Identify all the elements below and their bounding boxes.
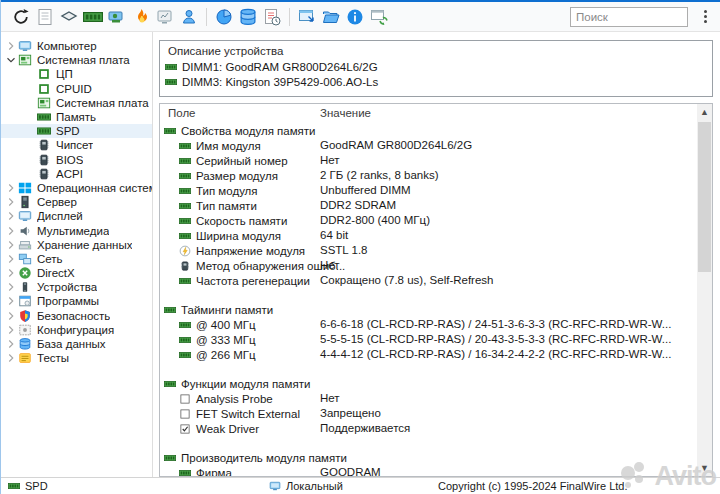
chevron-right-icon[interactable]	[4, 252, 18, 266]
user-button[interactable]	[177, 4, 201, 30]
detail-section-row[interactable]: Тайминги памяти	[160, 302, 697, 317]
scrollbar-thumb[interactable]	[698, 122, 711, 272]
window-body: КомпьютерСистемная платаЦПCPUIDСистемная…	[1, 32, 720, 477]
sidebar-item-cpu[interactable]: ЦП	[1, 67, 152, 81]
detail-row[interactable]: @ 266 МГц4-4-4-12 (CL-RCD-RP-RAS) / 16-3…	[160, 347, 697, 362]
video-button[interactable]	[105, 4, 129, 30]
sidebar-item-devices[interactable]: Устройства	[1, 280, 152, 294]
sidebar-item-label: Тесты	[37, 352, 69, 364]
detail-row[interactable]: Метод обнаружения ошиб...Нет	[160, 258, 697, 273]
sidebar-item-label: Сервер	[37, 196, 77, 208]
burn-in-button[interactable]	[129, 4, 153, 30]
sidebar-item-memory[interactable]: Память	[1, 110, 152, 124]
detail-panel: Поле Значение Свойства модуля памятиИмя …	[159, 103, 713, 477]
search-input[interactable]	[571, 8, 687, 26]
chevron-right-icon[interactable]	[4, 323, 18, 337]
chevron-down-icon[interactable]	[4, 53, 18, 67]
chevron-right-icon[interactable]	[4, 351, 18, 365]
device-list: DIMM1: GoodRAM GR800D264L6/2GDIMM3: King…	[160, 59, 712, 89]
memory-button[interactable]	[81, 4, 105, 30]
chevron-right-icon[interactable]	[4, 209, 18, 223]
detail-row[interactable]: FET Switch ExternalЗапрещено	[160, 406, 697, 421]
export-window-button[interactable]	[295, 4, 319, 30]
detail-row[interactable]: Размер модуля2 ГБ (2 ranks, 8 banks)	[160, 168, 697, 183]
statistics-button[interactable]	[212, 4, 236, 30]
open-folder-button[interactable]	[319, 4, 343, 30]
overflow-menu-button[interactable]	[698, 6, 712, 28]
sidebar-item-programs[interactable]: Программы	[1, 294, 152, 308]
detail-row[interactable]: ФирмаGOODRAM	[160, 465, 697, 476]
sidebar-item-label: Системная плата	[56, 97, 149, 109]
chevron-right-icon[interactable]	[4, 280, 18, 294]
sidebar-item-directx[interactable]: DirectX	[1, 266, 152, 280]
preferences-button[interactable]	[367, 4, 391, 30]
sidebar-item-config[interactable]: Конфигурация	[1, 323, 152, 337]
chevron-right-icon[interactable]	[4, 238, 18, 252]
sidebar-item-network[interactable]: Сеть	[1, 252, 152, 266]
sidebar-item-label: Устройства	[37, 281, 97, 293]
sidebar-item-computer[interactable]: Компьютер	[1, 39, 152, 53]
checkbox-checked-icon	[179, 423, 191, 435]
device-panel: Описание устройства DIMM1: GoodRAM GR800…	[159, 40, 713, 97]
sidebar-item-label: Память	[56, 111, 96, 123]
memory-icon	[179, 170, 191, 182]
scroll-up-arrow[interactable]: ▲	[697, 104, 712, 120]
detail-row[interactable]: Analysis ProbeНет	[160, 391, 697, 406]
sidebar-item-tests[interactable]: Тесты	[1, 351, 152, 365]
sidebar-item-server[interactable]: Сервер	[1, 195, 152, 209]
cpuid-button[interactable]	[57, 4, 81, 30]
scroll-down-arrow[interactable]: ▼	[697, 460, 712, 476]
field-label: @ 333 МГц	[196, 334, 256, 346]
sidebar-item-cpuid[interactable]: CPUID	[1, 82, 152, 96]
sidebar-item-os[interactable]: Операционная система	[1, 181, 152, 195]
chevron-right-icon[interactable]	[4, 337, 18, 351]
field-label: Скорость памяти	[196, 215, 287, 227]
report-scheduler-button[interactable]	[260, 4, 284, 30]
sidebar-item-spd[interactable]: SPD	[1, 124, 152, 138]
chevron-right-icon[interactable]	[4, 39, 18, 53]
detail-row[interactable]: Скорость памятиDDR2-800 (400 МГц)	[160, 213, 697, 228]
benchmark-button[interactable]	[153, 4, 177, 30]
sidebar-item-bios[interactable]: BIOS	[1, 153, 152, 167]
detail-row[interactable]: Имя модуляGoodRAM GR800D264L6/2G	[160, 138, 697, 153]
sidebar-item-display[interactable]: Дисплей	[1, 209, 152, 223]
detail-row[interactable]: Серийный номерНет	[160, 153, 697, 168]
detail-row[interactable]: Напряжение модуляSSTL 1.8	[160, 243, 697, 258]
refresh-button[interactable]	[9, 4, 33, 30]
chevron-right-icon[interactable]	[4, 266, 18, 280]
database-button[interactable]	[236, 4, 260, 30]
memory-icon	[179, 230, 191, 242]
detail-row[interactable]: Weak DriverПоддерживается	[160, 421, 697, 436]
detail-row[interactable]: @ 400 МГц6-6-6-18 (CL-RCD-RP-RAS) / 24-5…	[160, 317, 697, 332]
detail-row[interactable]: @ 333 МГц5-5-5-15 (CL-RCD-RP-RAS) / 20-4…	[160, 332, 697, 347]
detail-section-row[interactable]: Производитель модуля памяти	[160, 450, 697, 465]
field-label: FET Switch External	[196, 408, 300, 420]
device-list-item[interactable]: DIMM1: GoodRAM GR800D264L6/2G	[160, 59, 712, 74]
field-value: 6-6-6-18 (CL-RCD-RP-RAS) / 24-51-3-6-3-3…	[320, 317, 671, 332]
sidebar-item-storage[interactable]: Хранение данных	[1, 238, 152, 252]
sidebar-item-multimedia[interactable]: Мультимедиа	[1, 223, 152, 237]
detail-row[interactable]: Ширина модуля64 bit	[160, 228, 697, 243]
sidebar-item-motherboard-page[interactable]: Системная плата	[1, 96, 152, 110]
detail-section-row[interactable]: Функции модуля памяти	[160, 376, 697, 391]
vertical-scrollbar[interactable]: ▲ ▼	[697, 104, 712, 476]
chevron-right-icon[interactable]	[4, 309, 18, 323]
sidebar-item-database[interactable]: База данных	[1, 337, 152, 351]
detail-row[interactable]: Тип памятиDDR2 SDRAM	[160, 198, 697, 213]
chipset-icon	[179, 260, 191, 272]
device-list-item[interactable]: DIMM3: Kingston 39P5429-006.AO-Ls	[160, 74, 712, 89]
detail-row[interactable]: Тип модуляUnbuffered DIMM	[160, 183, 697, 198]
chevron-right-icon[interactable]	[4, 224, 18, 238]
sidebar-item-security[interactable]: Безопасность	[1, 309, 152, 323]
sidebar-item-chipset[interactable]: Чипсет	[1, 138, 152, 152]
sidebar-item-motherboard[interactable]: Системная плата	[1, 53, 152, 67]
chevron-right-icon[interactable]	[4, 195, 18, 209]
chevron-right-icon[interactable]	[4, 294, 18, 308]
chevron-right-icon[interactable]	[4, 181, 18, 195]
info-button[interactable]	[343, 4, 367, 30]
benchmark-icon	[155, 7, 175, 27]
detail-section-row[interactable]: Свойства модуля памяти	[160, 123, 697, 138]
report-button[interactable]	[33, 4, 57, 30]
sidebar-item-acpi[interactable]: ACPI	[1, 167, 152, 181]
detail-row[interactable]: Частота регенерацииСокращено (7.8 us), S…	[160, 273, 697, 288]
